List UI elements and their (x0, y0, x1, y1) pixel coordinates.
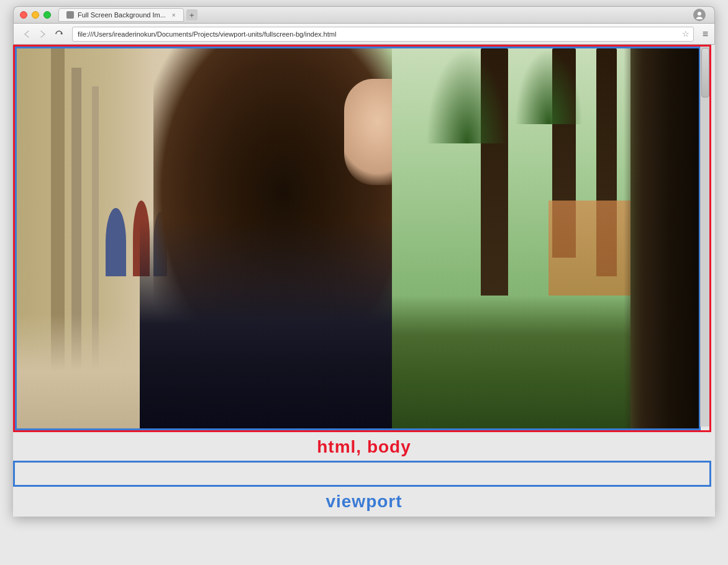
reload-button[interactable] (52, 27, 66, 41)
palm-leaves-1 (426, 48, 508, 143)
bg-person-1 (106, 208, 126, 276)
viewport-box-inner (15, 47, 701, 430)
html-body-label: html, body (13, 432, 715, 461)
viewport-container (15, 47, 709, 430)
viewport-outer-box (13, 461, 711, 487)
browser-menu-button[interactable]: ≡ (703, 29, 708, 40)
new-tab-button[interactable]: + (186, 9, 198, 20)
browser-window: Full Screen Background Im... × + (13, 6, 715, 517)
html-body-container: html, body viewport (13, 45, 715, 517)
scrollbar-thumb[interactable] (701, 48, 709, 97)
title-bar: Full Screen Background Im... × + (13, 6, 715, 24)
address-bar[interactable]: file:///Users/ireaderinokun/Documents/Pr… (72, 27, 694, 42)
forward-icon (40, 30, 46, 38)
maximize-button[interactable] (43, 11, 51, 19)
tab-title: Full Screen Background Im... (78, 11, 166, 19)
navigation-bar: file:///Users/ireaderinokun/Documents/Pr… (13, 24, 715, 45)
active-tab[interactable]: Full Screen Background Im... × (58, 8, 184, 22)
url-text: file:///Users/ireaderinokun/Documents/Pr… (78, 30, 336, 38)
back-icon (24, 30, 30, 38)
reload-icon (55, 30, 63, 38)
forward-button[interactable] (36, 27, 50, 41)
html-body-box (13, 45, 711, 432)
traffic-lights (20, 11, 51, 19)
svg-point-0 (698, 12, 701, 16)
scrollbar-track[interactable] (700, 47, 709, 427)
viewport-label: viewport (13, 487, 715, 517)
bookmark-icon[interactable]: ☆ (682, 29, 689, 38)
back-button[interactable] (20, 27, 34, 41)
minimize-button[interactable] (32, 11, 39, 19)
bg-building (548, 201, 630, 296)
tab-favicon (66, 11, 74, 19)
close-button[interactable] (20, 11, 27, 19)
photo-background (17, 48, 699, 428)
palm-leaves-2 (515, 48, 583, 124)
user-icon (695, 11, 704, 19)
tab-close-button[interactable]: × (172, 12, 176, 19)
user-icon-area (691, 8, 708, 22)
user-avatar (693, 9, 706, 21)
svg-point-1 (696, 17, 703, 19)
right-pillar (624, 48, 699, 428)
browser-content-area: html, body viewport (13, 45, 715, 517)
svg-marker-2 (60, 32, 62, 35)
garden-hedge (392, 296, 630, 428)
tab-bar: Full Screen Background Im... × + (58, 8, 691, 22)
